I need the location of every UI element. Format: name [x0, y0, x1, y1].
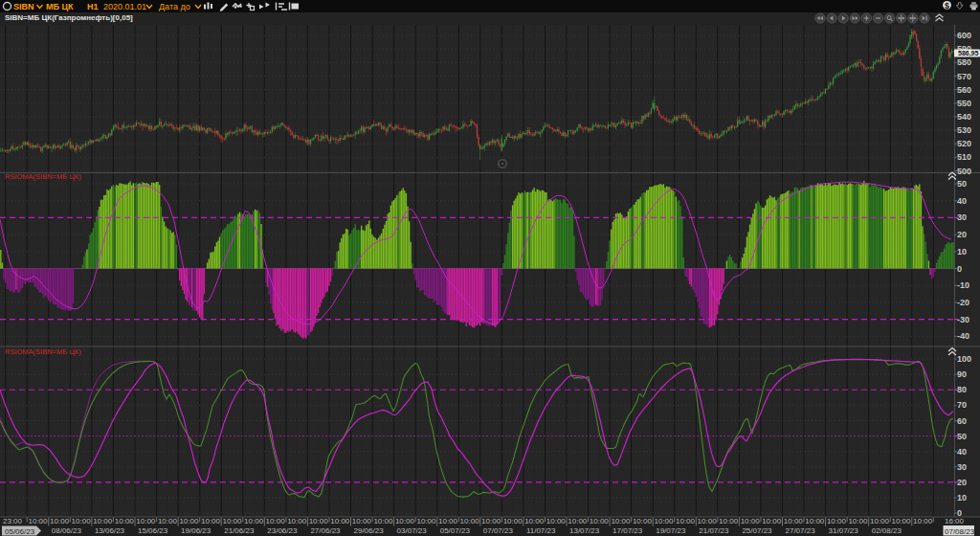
- svg-text:30: 30: [957, 462, 967, 472]
- svg-text:10:00: 10:00: [805, 517, 825, 525]
- svg-text:530: 530: [957, 125, 971, 135]
- svg-text:40: 40: [957, 196, 967, 206]
- svg-text:$: $: [945, 1, 949, 11]
- svg-text:23/06/23: 23/06/23: [267, 526, 298, 535]
- svg-text:07/07/23: 07/07/23: [483, 526, 514, 535]
- svg-text:10:00: 10:00: [93, 517, 113, 525]
- svg-text:10:00: 10:00: [913, 517, 933, 525]
- svg-text:10:00: 10:00: [373, 517, 393, 525]
- svg-text:10:00: 10:00: [395, 517, 415, 525]
- svg-text:600: 600: [957, 31, 971, 40]
- svg-text:10:00: 10:00: [115, 517, 135, 525]
- svg-text:10:00: 10:00: [416, 517, 436, 525]
- svg-text:10:00: 10:00: [784, 517, 804, 525]
- svg-text:10:00: 10:00: [611, 517, 631, 525]
- svg-text:580: 580: [957, 57, 971, 67]
- svg-text:RSIOMA(SIBN=МБ ЦК): RSIOMA(SIBN=МБ ЦК): [5, 347, 81, 356]
- svg-text:10:00: 10:00: [309, 517, 329, 525]
- svg-text:03/07/23: 03/07/23: [397, 526, 428, 535]
- svg-text:20: 20: [957, 478, 967, 487]
- svg-text:H1: H1: [87, 2, 99, 11]
- svg-text:11/07/23: 11/07/23: [526, 526, 556, 535]
- svg-text:10:00: 10:00: [201, 517, 221, 525]
- svg-text:05/07/23: 05/07/23: [440, 526, 471, 535]
- svg-text:10:00: 10:00: [244, 517, 264, 525]
- svg-text:80: 80: [957, 385, 967, 394]
- svg-text:23:00: 23:00: [3, 517, 23, 525]
- svg-text:15/06/23: 15/06/23: [138, 526, 168, 535]
- svg-text:10:00: 10:00: [848, 517, 868, 525]
- svg-text:10:00: 10:00: [352, 517, 372, 525]
- svg-text:10:00: 10:00: [28, 517, 48, 525]
- svg-text:10:00: 10:00: [72, 517, 92, 525]
- svg-text:02/08/23: 02/08/23: [872, 526, 902, 535]
- svg-text:21/06/23: 21/06/23: [224, 526, 255, 535]
- svg-text:19/06/23: 19/06/23: [181, 526, 212, 535]
- svg-text:100: 100: [957, 354, 971, 364]
- svg-text:10:00: 10:00: [870, 517, 890, 525]
- svg-text:10: 10: [957, 493, 967, 502]
- svg-text:-30: -30: [957, 315, 969, 324]
- svg-text:10:00: 10:00: [762, 517, 782, 525]
- svg-text:-10: -10: [957, 280, 969, 290]
- svg-text:10:00: 10:00: [633, 517, 653, 525]
- svg-text:70: 70: [957, 400, 967, 410]
- svg-text:40: 40: [957, 447, 967, 457]
- svg-text:29/06/23: 29/06/23: [354, 526, 385, 535]
- svg-text:60: 60: [957, 416, 967, 426]
- svg-text:10:00: 10:00: [266, 517, 286, 525]
- svg-text:10:00: 10:00: [287, 517, 307, 525]
- svg-text:10:00: 10:00: [50, 517, 70, 525]
- svg-text:05/06/23: 05/06/23: [5, 527, 35, 536]
- svg-text:10:00: 10:00: [546, 517, 567, 525]
- svg-text:RSIOMA(SIBN=МБ ЦК): RSIOMA(SIBN=МБ ЦК): [5, 172, 81, 181]
- svg-text:30: 30: [957, 212, 967, 222]
- svg-text:13/07/23: 13/07/23: [569, 526, 600, 535]
- svg-text:08/06/23: 08/06/23: [52, 526, 82, 535]
- svg-text:570: 570: [957, 72, 971, 81]
- svg-text:МБ ЦК: МБ ЦК: [46, 2, 74, 11]
- svg-text:10:00: 10:00: [330, 517, 350, 525]
- svg-text:07/08/23: 07/08/23: [945, 527, 975, 536]
- svg-text:-40: -40: [957, 331, 969, 341]
- svg-text:500: 500: [957, 167, 971, 176]
- svg-text:20: 20: [957, 230, 967, 239]
- svg-text:25/07/23: 25/07/23: [742, 526, 772, 535]
- svg-text:10:00: 10:00: [590, 517, 610, 525]
- svg-text:10:00: 10:00: [222, 517, 242, 525]
- svg-text:21/07/23: 21/07/23: [699, 526, 729, 535]
- svg-text:10:00: 10:00: [481, 517, 501, 525]
- svg-text:10:00: 10:00: [568, 517, 588, 525]
- svg-text:27/06/23: 27/06/23: [310, 526, 341, 535]
- svg-text:10:00: 10:00: [719, 517, 739, 525]
- svg-text:SIBN: SIBN: [13, 2, 34, 11]
- svg-text:10:00: 10:00: [136, 517, 156, 525]
- svg-text:586,95: 586,95: [958, 50, 979, 57]
- svg-text:540: 540: [957, 112, 971, 122]
- svg-text:10:00: 10:00: [438, 517, 458, 525]
- svg-text:10:00: 10:00: [891, 517, 911, 525]
- svg-text:31/07/23: 31/07/23: [829, 526, 859, 535]
- svg-text:520: 520: [957, 139, 971, 148]
- svg-text:16:00: 16:00: [945, 517, 965, 525]
- svg-text:10:00: 10:00: [524, 517, 545, 525]
- svg-text:10:00: 10:00: [741, 517, 761, 525]
- svg-text:Дата до: Дата до: [159, 2, 190, 11]
- svg-text:50: 50: [957, 432, 967, 441]
- svg-text:27/07/23: 27/07/23: [786, 526, 816, 535]
- svg-text:2020.01.01: 2020.01.01: [103, 2, 146, 11]
- svg-text:10:00: 10:00: [460, 517, 480, 525]
- svg-text:10:00: 10:00: [827, 517, 847, 525]
- svg-text:10:00: 10:00: [676, 517, 696, 525]
- svg-text:10:00: 10:00: [654, 517, 674, 525]
- svg-text:10:00: 10:00: [179, 517, 199, 525]
- svg-text:10:00: 10:00: [158, 517, 178, 525]
- svg-text:19/07/23: 19/07/23: [656, 526, 686, 535]
- svg-text:10:00: 10:00: [698, 517, 718, 525]
- svg-text:10: 10: [957, 247, 967, 257]
- svg-text:550: 550: [957, 99, 971, 108]
- svg-text:17/07/23: 17/07/23: [612, 526, 643, 535]
- svg-text:90: 90: [957, 369, 967, 379]
- svg-text:560: 560: [957, 85, 971, 95]
- svg-text:13/06/23: 13/06/23: [95, 526, 125, 535]
